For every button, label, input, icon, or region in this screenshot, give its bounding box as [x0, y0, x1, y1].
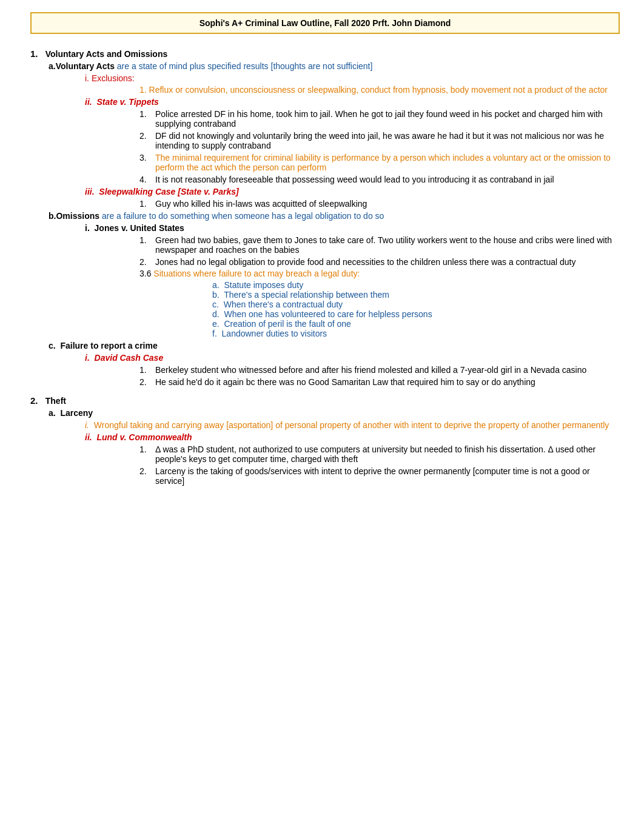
tippets-3: 3. The minimal requirement for criminal …	[139, 153, 620, 172]
section-2-title: 2. Theft	[30, 395, 620, 406]
jones-3: 3.6 Situations where failure to act may …	[139, 269, 620, 338]
section-1c-i: i. David Cash Case 1. Berkeley student w…	[85, 353, 620, 387]
header-text: Sophi's A+ Criminal Law Outline, Fall 20…	[200, 18, 451, 28]
section-1: 1. Voluntary Acts and Omissions a.Volunt…	[30, 49, 620, 387]
tippets-4: 4. It is not reasonably foreseeable that…	[139, 175, 620, 184]
lund-2: 2. Larceny is the taking of goods/servic…	[139, 466, 620, 486]
section-1a-ii: ii. State v. Tippets 1. Police arrested …	[85, 97, 620, 184]
cash-1: 1. Berkeley student who witnessed before…	[139, 365, 620, 375]
section-1-title: 1. Voluntary Acts and Omissions	[30, 49, 620, 59]
section-1b-i: i. Jones v. United States 1. Green had t…	[85, 223, 620, 338]
jones-3-subitems: a. Statute imposes duty b. There's a spe…	[212, 280, 620, 338]
cash-2: 2. He said he'd do it again bc there was…	[139, 377, 620, 387]
section-2a-i: i. Wrongful taking and carrying away [as…	[85, 420, 620, 430]
section-1-heading: Voluntary Acts and Omissions	[45, 49, 168, 59]
subitem-b: b. There's a special relationship betwee…	[212, 290, 620, 300]
section-2-heading: Theft	[45, 396, 66, 406]
section-1c: c. Failure to report a crime i. David Ca…	[49, 341, 620, 387]
subitem-a: a. Statute imposes duty	[212, 280, 620, 290]
tippets-2: 2. DF did not knowingly and voluntarily …	[139, 131, 620, 150]
tippets-1: 1. Police arrested DF in his home, took …	[139, 109, 620, 129]
header-box: Sophi's A+ Criminal Law Outline, Fall 20…	[30, 12, 620, 34]
section-1b: b.Omissions are a failure to do somethin…	[49, 211, 620, 338]
subitem-c: c. When there's a contractual duty	[212, 300, 620, 309]
section-2a: a. Larceny i. Wrongful taking and carryi…	[49, 408, 620, 486]
subitem-e: e. Creation of peril is the fault of one	[212, 319, 620, 329]
lund-1: 1. Δ was a PhD student, not authorized t…	[139, 444, 620, 464]
parks-1: 1. Guy who killed his in-laws was acquit…	[139, 199, 620, 209]
jones-2: 2. Jones had no legal obligation to prov…	[139, 257, 620, 267]
subitem-d: d. When one has volunteered to care for …	[212, 309, 620, 319]
section-1a: a.Voluntary Acts are a state of mind plu…	[49, 61, 620, 209]
section-1a-iii: iii. Sleepwalking Case [State v. Parks] …	[85, 187, 620, 209]
section-1a-i: i. Exclusions: 1. Reflux or convulsion, …	[85, 73, 620, 95]
section-2a-ii: ii. Lund v. Commonwealth 1. Δ was a PhD …	[85, 432, 620, 486]
exclusion-item-1: 1. Reflux or convulsion, unconsciousness…	[139, 85, 620, 95]
section-2: 2. Theft a. Larceny i. Wrongful taking a…	[30, 395, 620, 486]
outline-container: Sophi's A+ Criminal Law Outline, Fall 20…	[24, 12, 620, 486]
jones-1: 1. Green had two babies, gave them to Jo…	[139, 235, 620, 255]
subitem-f: f. Landowner duties to visitors	[212, 329, 620, 338]
